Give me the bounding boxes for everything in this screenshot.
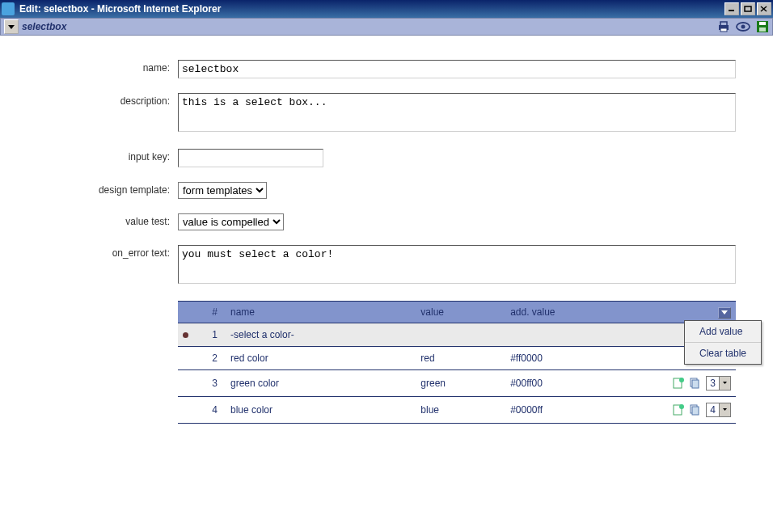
row-value-test: value test: value is compelled (16, 213, 757, 230)
row-value: blue (416, 396, 505, 423)
row-order-select[interactable]: 4 (706, 403, 731, 417)
svg-rect-6 (720, 22, 727, 26)
row-name: blue color (226, 396, 416, 423)
label-values (16, 301, 178, 303)
input-key-input[interactable] (178, 149, 323, 167)
row-description: description: this is a select box... (16, 93, 757, 134)
row-addvalue: #ff0000 (505, 346, 647, 369)
row-value: green (416, 369, 505, 396)
label-on-error: on_error text: (16, 245, 178, 259)
row-name: green color (226, 369, 416, 396)
table-row[interactable]: 1-select a color- (178, 323, 736, 346)
row-num: 3 (193, 369, 226, 396)
label-name: name: (16, 60, 178, 74)
menu-add-value[interactable]: Add value (685, 321, 761, 342)
form-content: name: description: this is a select box.… (0, 36, 773, 454)
name-input[interactable] (178, 60, 736, 78)
row-addvalue: #0000ff (505, 396, 647, 423)
print-icon[interactable] (716, 19, 731, 34)
table-context-menu: Add value Clear table (684, 320, 762, 365)
table-row[interactable]: 3green colorgreen#00ff003 (178, 369, 736, 396)
window-titlebar: Edit: selectbox - Microsoft Internet Exp… (0, 0, 773, 18)
row-addvalue: #00ff00 (505, 369, 647, 396)
row-design-template: design template: form templates (16, 182, 757, 199)
row-marker (178, 369, 193, 396)
toolbar-title: selectbox (22, 21, 66, 32)
on-error-input[interactable]: you must select a color! (178, 245, 736, 284)
description-input[interactable]: this is a select box... (178, 93, 736, 132)
copy-row-icon[interactable] (687, 403, 702, 417)
svg-rect-22 (692, 407, 699, 415)
row-num: 2 (193, 346, 226, 369)
table-header-row: # name value add. value (178, 302, 736, 323)
table-row[interactable]: 2red colorred#ff0000 (178, 346, 736, 369)
svg-rect-11 (759, 22, 766, 25)
row-value (416, 323, 505, 346)
row-actions: 4 (647, 396, 736, 423)
row-order-select[interactable]: 3 (706, 376, 731, 391)
col-value: value (416, 302, 505, 323)
row-marker (178, 323, 193, 346)
edit-row-icon[interactable] (671, 376, 686, 391)
svg-marker-23 (723, 408, 727, 411)
chevron-down-icon (719, 377, 730, 390)
svg-point-20 (679, 404, 684, 409)
svg-point-15 (679, 378, 684, 382)
window-title: Edit: selectbox - Microsoft Internet Exp… (18, 3, 724, 15)
close-button[interactable] (757, 2, 771, 15)
preview-icon[interactable] (736, 19, 750, 34)
col-addvalue: add. value (505, 302, 647, 323)
copy-row-icon[interactable] (687, 376, 702, 391)
menu-clear-table[interactable]: Clear table (685, 342, 761, 364)
chevron-down-icon (719, 403, 730, 416)
row-marker (178, 346, 193, 369)
col-num: # (193, 302, 226, 323)
svg-rect-17 (692, 380, 699, 388)
current-row-dot-icon (183, 332, 188, 338)
label-description: description: (16, 93, 178, 107)
svg-marker-13 (721, 310, 728, 315)
save-icon[interactable] (755, 19, 770, 34)
label-value-test: value test: (16, 213, 178, 227)
maximize-button[interactable] (741, 2, 755, 15)
label-input-key: input key: (16, 149, 178, 163)
edit-row-icon[interactable] (671, 403, 686, 417)
toolbar: selectbox (0, 18, 773, 36)
svg-rect-1 (745, 6, 751, 11)
svg-rect-7 (720, 28, 727, 32)
svg-rect-12 (759, 27, 766, 32)
label-design-template: design template: (16, 182, 178, 196)
row-order-value: 3 (707, 378, 719, 389)
svg-marker-18 (723, 382, 727, 384)
values-table: # name value add. value 1-select a color… (178, 301, 736, 424)
svg-marker-4 (8, 25, 15, 29)
row-name: name: (16, 60, 757, 78)
value-test-select[interactable]: value is compelled (178, 213, 284, 230)
row-name: red color (226, 346, 416, 369)
table-header-dropdown-button[interactable] (718, 307, 731, 319)
row-values: # name value add. value 1-select a color… (16, 301, 757, 424)
row-name: -select a color- (226, 323, 416, 346)
row-order-value: 4 (707, 404, 719, 416)
row-marker (178, 396, 193, 423)
toolbar-dropdown-button[interactable] (4, 19, 19, 34)
row-num: 4 (193, 396, 226, 423)
minimize-button[interactable] (724, 2, 739, 15)
row-addvalue (505, 323, 647, 346)
row-input-key: input key: (16, 149, 757, 167)
col-marker (178, 302, 193, 323)
ie-icon (2, 2, 15, 15)
col-name: name (226, 302, 416, 323)
row-on-error: on_error text: you must select a color! (16, 245, 757, 286)
row-value: red (416, 346, 505, 369)
design-template-select[interactable]: form templates (178, 182, 267, 199)
row-num: 1 (193, 323, 226, 346)
row-actions: 3 (647, 369, 736, 396)
table-row[interactable]: 4blue colorblue#0000ff4 (178, 396, 736, 423)
svg-point-9 (741, 25, 746, 29)
